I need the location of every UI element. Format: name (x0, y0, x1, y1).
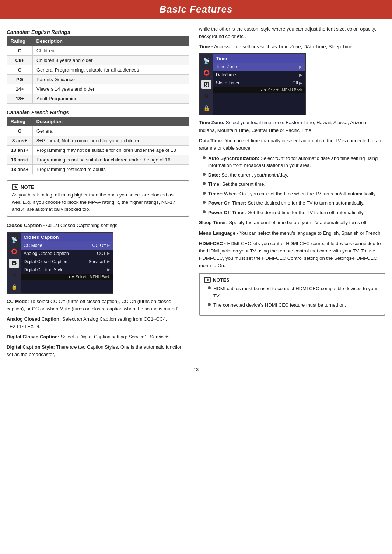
time-menu-title: Time (213, 54, 305, 63)
arrow-right-icon: ▶ (107, 251, 110, 256)
col-desc-en: Description (33, 36, 189, 46)
menu-icon-signal: 📡 (9, 235, 19, 244)
time-menu-main: Time Time Zone ▶ Date/Time ▶ Sleep Timer… (213, 54, 305, 115)
cc-desc-item: Digital Caption Style: There are two Cap… (7, 344, 189, 358)
menu-main: Closed Caption CC Mode CC Off ▶ Analog C… (21, 233, 113, 293)
menu-item-value: ▶ (107, 267, 110, 272)
rating-cell: 8 ans+ (7, 136, 33, 146)
description-cell: Adult Programming (33, 94, 189, 104)
menu-item-label: Sleep Timer (216, 80, 239, 86)
bullet-icon (203, 156, 206, 159)
description-cell: Viewers 14 years and older (33, 84, 189, 94)
menu-left-icons: 📡 ⭕ 🖼 ⚙ 🔒 (7, 233, 21, 293)
description-cell: Programming is not be suitable for child… (33, 155, 189, 165)
arrow-right-icon: ▶ (299, 81, 302, 86)
cc-desc-item: Analog Closed Caption: Select an Analog … (7, 316, 189, 330)
notes-bullets: HDMI cables must be used to connect HDMI… (204, 285, 380, 309)
menu-item-label: Date/Time (216, 72, 236, 77)
note-label: NOTE (21, 184, 34, 190)
cc-menu: 📡 ⭕ 🖼 ⚙ 🔒 Closed Caption CC Mode CC Off … (7, 232, 113, 294)
col-rating-en: Rating (7, 36, 33, 46)
description-cell: Programming may not be suitable for chil… (33, 146, 189, 155)
rating-cell: PG (7, 75, 33, 84)
time-icon-lock: 🔒 (201, 104, 211, 112)
cc-desc-item: Digital Closed Caption: Select a Digital… (7, 333, 189, 341)
bullet-item: Auto Synchronization: Select “On” to for… (203, 155, 385, 169)
notes-label: NOTES (213, 277, 230, 283)
menu-icon-lock: 🔒 (9, 282, 19, 291)
col-desc-fr: Description (33, 117, 189, 126)
bullet-icon (203, 210, 206, 213)
bullet-icon (203, 182, 206, 185)
rating-cell: G (7, 126, 33, 136)
bullet-item: Time: Set the current time. (203, 181, 385, 188)
arrow-right-icon: ▶ (299, 73, 302, 77)
description-cell: Programming restricted to adults (33, 165, 189, 174)
rating-cell: 13 ans+ (7, 146, 33, 155)
note-text: As you block rating, all rating higher t… (12, 191, 184, 213)
time-icon-circle: ⭕ (201, 68, 211, 77)
bullet-icon (203, 173, 206, 176)
sleep-timer-desc: Sleep Timer: Specify the amount of time … (199, 219, 385, 226)
menu-icon-circle: ⭕ (9, 247, 19, 256)
cc-menu-item: CC Mode CC Off ▶ (21, 241, 113, 250)
time-menu: 📡 ⭕ 🖼 ⚙ 🔒 Time Time Zone ▶ Date/Time ▶ S… (199, 53, 306, 115)
time-icon-signal: 📡 (201, 56, 211, 65)
arrow-right-icon: ▶ (107, 267, 110, 272)
menu-item-value: ▶ (299, 73, 302, 77)
arrow-right-icon: ▶ (299, 65, 302, 69)
rating-cell: 16 ans+ (7, 155, 33, 165)
menu-icon-gear: ⚙ (9, 271, 19, 279)
rating-cell: 18 ans+ (7, 165, 33, 174)
description-cell: General Programming, suitable for all au… (33, 65, 189, 75)
bullet-icon (208, 303, 211, 306)
description-cell: General (33, 126, 189, 136)
menu-item-value: CC Off ▶ (92, 243, 110, 248)
cc-label-desc: Closed Caption - Adjust Closed Captionin… (7, 222, 189, 229)
bullet-item: Date: Set the current year/month/day. (203, 171, 385, 179)
rating-cell: G (7, 65, 33, 75)
arrow-right-icon: ▶ (107, 259, 110, 264)
note-box: ✎ NOTE As you block rating, all rating h… (7, 180, 189, 217)
rating-cell: 18+ (7, 94, 33, 104)
cc-menu-title: Closed Caption (21, 233, 113, 241)
notes-bullet-item: The connected device’s HDMI CEC feature … (208, 302, 380, 309)
time-desc-item: Time Zone: Select your local time zone: … (199, 119, 385, 134)
menu-item-label: Digital Closed Caption (24, 259, 67, 264)
menu-item-value: Off ▶ (292, 80, 302, 86)
canadian-english-table: Rating Description CChildrenC8+Children … (7, 36, 189, 104)
left-column: Canadian English Ratings Rating Descript… (7, 25, 196, 362)
notes-icon: ✎ (204, 277, 211, 283)
page-title: Basic Features (0, 4, 392, 15)
menu-item-value: ▶ (299, 65, 302, 69)
time-bullets: Auto Synchronization: Select “On” to for… (199, 155, 385, 216)
description-cell: Parents Guidance (33, 75, 189, 84)
note-title: ✎ NOTE (12, 184, 184, 190)
time-desc-item: Data/Time: You can set time manually or … (199, 137, 385, 152)
menu-item-value: CC1 ▶ (97, 251, 110, 256)
rating-cell: C8+ (7, 56, 33, 65)
cont-text: while the other is the custom style wher… (199, 25, 385, 40)
bullet-item: Timer: When “On”, you can set the time w… (203, 190, 385, 198)
cc-desc-item: CC Mode: To select CC Off (turns off clo… (7, 298, 189, 313)
menu-icon-image: 🖼 (9, 259, 19, 268)
menu-lang-desc: Menu Language - You can select the menu’… (199, 230, 385, 237)
rating-cell: 14+ (7, 84, 33, 94)
bullet-icon (203, 192, 206, 195)
notes-title: ✎ NOTES (204, 277, 380, 283)
canadian-french-title: Canadian French Ratings (7, 109, 189, 115)
hdmi-cec-desc: HDMI-CEC - HDMI-CEC lets you control HDM… (199, 240, 385, 270)
notes-box: ✎ NOTES HDMI cables must be used to conn… (199, 273, 385, 316)
description-cell: Children 8 years and older (33, 56, 189, 65)
page-header: Basic Features (0, 0, 392, 19)
page-number: 13 (0, 362, 392, 374)
cc-menu-item: Analog Closed Caption CC1 ▶ (21, 250, 113, 258)
note-icon: ✎ (12, 184, 18, 190)
page-content: Canadian English Ratings Rating Descript… (0, 25, 392, 362)
time-menu-item: Sleep Timer Off ▶ (213, 79, 305, 87)
time-footer-back-label: MENU Back (282, 88, 302, 92)
time-menu-footer: ▲▼ Select MENU Back (213, 87, 305, 93)
time-desc-text: Access Time settings such as Time Zone, … (214, 44, 355, 49)
rating-cell: C (7, 46, 33, 56)
bullet-icon (208, 286, 211, 289)
